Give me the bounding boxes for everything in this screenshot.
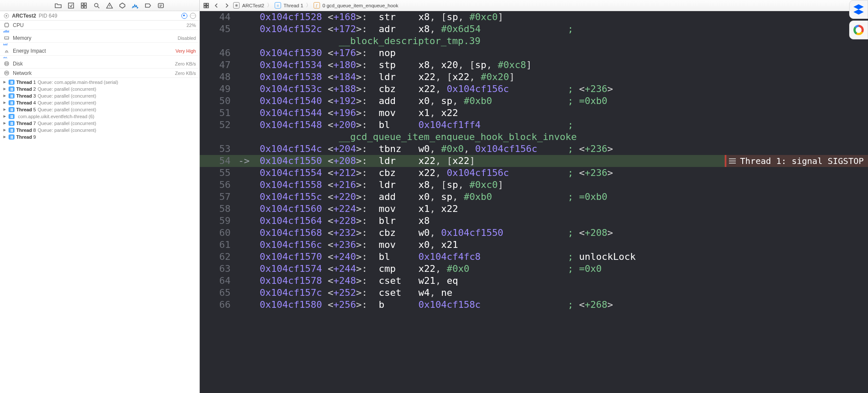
symbol-line[interactable]: __block_descriptor_tmp.39 xyxy=(200,35,868,47)
asm-line[interactable]: 590x104cf1564 <+228>: blr x8 xyxy=(200,215,868,227)
disclosure-triangle-icon[interactable] xyxy=(3,107,7,112)
back-button[interactable] xyxy=(213,2,220,9)
asm-line[interactable]: 610x104cf156c <+236>: mov x0, x21 xyxy=(200,239,868,251)
thread-queue: Queue: com.apple.main-thread (serial) xyxy=(38,80,118,85)
asm-line[interactable]: 600x104cf1568 <+232>: cbz w0, 0x104cf155… xyxy=(200,227,868,239)
thread-row[interactable]: Thread 8 Queue: parallel (concurrent) xyxy=(0,127,199,134)
disclosure-triangle-icon[interactable] xyxy=(3,135,7,139)
folder-icon[interactable] xyxy=(55,2,62,9)
thread-row[interactable]: Thread 4 Queue: parallel (concurrent) xyxy=(0,99,199,106)
asm-line[interactable]: 520x104cf1548 <+200>: bl 0x104cf1ff4; xyxy=(200,119,868,131)
crumb-frame[interactable]: 0 gcd_queue_item_enqueue_hook xyxy=(323,3,398,8)
disclosure-triangle-icon[interactable] xyxy=(3,101,7,105)
crumb-project[interactable]: ARCTest2 xyxy=(242,3,264,8)
asm-line[interactable]: 500x104cf1540 <+192>: add x0, sp, #0xb0;… xyxy=(200,95,868,107)
line-number: 45 xyxy=(200,23,238,35)
asm-line[interactable]: 640x104cf1578 <+248>: cset w21, eq xyxy=(200,275,868,287)
forward-button[interactable] xyxy=(223,2,231,9)
asm-line[interactable]: 660x104cf1580 <+256>: b 0x104cf158c; <+2… xyxy=(200,299,868,311)
source-control-icon[interactable] xyxy=(68,2,74,9)
svg-rect-9 xyxy=(5,23,8,27)
asm-line[interactable]: 580x104cf1560 <+224>: mov x1, x22 xyxy=(200,203,868,215)
disclosure-triangle-icon[interactable] xyxy=(3,94,7,98)
asm-line[interactable]: 490x104cf153c <+188>: cbz x22, 0x104cf15… xyxy=(200,83,868,95)
crumb-thread[interactable]: Thread 1 xyxy=(284,3,303,8)
svg-rect-3 xyxy=(81,6,83,8)
line-number: 52 xyxy=(200,119,238,131)
asm-line[interactable]: 54->0x104cf1550 <+208>: ldr x22, [x22]Th… xyxy=(200,155,868,167)
process-header[interactable]: ARCTest2 PID 649 ⋯ xyxy=(0,11,199,21)
asm-line[interactable]: 570x104cf155c <+220>: add x0, sp, #0xb0;… xyxy=(200,191,868,203)
line-number: 50 xyxy=(200,95,238,107)
line-number: 49 xyxy=(200,83,238,95)
chevron-right-icon: 〉 xyxy=(267,2,272,9)
asm-line[interactable]: 460x104cf1530 <+176>: nop xyxy=(200,47,868,59)
dropbox-app-icon[interactable] xyxy=(849,0,868,19)
line-number: 65 xyxy=(200,287,238,299)
search-icon[interactable] xyxy=(93,2,100,9)
asm-line[interactable]: 650x104cf157c <+252>: cset w4, ne xyxy=(200,287,868,299)
thread-row[interactable]: Thread 3 Queue: parallel (concurrent) xyxy=(0,92,199,99)
reports-icon[interactable] xyxy=(157,2,164,9)
asm-line[interactable]: 560x104cf1558 <+216>: ldr x8, [sp, #0xc0… xyxy=(200,179,868,191)
gauge-disk[interactable]: Disk Zero KB/s xyxy=(0,59,199,68)
disassembly-view[interactable]: 440x104cf1528 <+168>: str x8, [sp, #0xc0… xyxy=(200,11,868,393)
asm-line[interactable]: 530x104cf154c <+204>: tbnz w0, #0x0, 0x1… xyxy=(200,143,868,155)
editor-pane: ✱ ARCTest2 〉 ≡ Thread 1 〉 ƒ 0 gcd_queue_… xyxy=(200,0,868,393)
thread-chip-icon xyxy=(9,80,15,85)
asm-line[interactable]: 510x104cf1544 <+196>: mov x1, x22 xyxy=(200,107,868,119)
line-number: 55 xyxy=(200,167,238,179)
thread-row[interactable]: Thread 1 Queue: com.apple.main-thread (s… xyxy=(0,79,199,86)
profile-icon[interactable] xyxy=(181,13,187,19)
gauge-value: Disabled xyxy=(178,36,196,41)
asm-line[interactable]: 440x104cf1528 <+168>: str x8, [sp, #0xc0… xyxy=(200,11,868,23)
gauge-label: Energy Impact xyxy=(13,48,46,54)
thread-row[interactable]: Thread 9 xyxy=(0,134,199,140)
disclosure-triangle-icon[interactable] xyxy=(3,114,7,119)
gauge-network[interactable]: Network Zero KB/s xyxy=(0,68,199,78)
workspace: ARCTest2 PID 649 ⋯ CPU 22% Memory Disabl… xyxy=(0,0,868,393)
thread-row[interactable]: Thread 5 Queue: parallel (concurrent) xyxy=(0,106,199,113)
disclosure-triangle-icon[interactable] xyxy=(3,121,7,125)
error-banner[interactable]: Thread 1: signal SIGSTOP xyxy=(725,155,868,167)
disclosure-triangle-icon[interactable] xyxy=(3,128,7,132)
gauge-icon xyxy=(3,61,9,67)
gauge-memory[interactable]: Memory Disabled xyxy=(0,33,199,43)
asm-line[interactable]: 450x104cf152c <+172>: adr x8, #0x6d54; xyxy=(200,23,868,35)
chrome-app-icon[interactable] xyxy=(849,21,868,39)
thread-queue: Queue: parallel (concurrent) xyxy=(38,86,96,92)
asm-line[interactable]: 480x104cf1538 <+184>: ldr x22, [x22, #0x… xyxy=(200,71,868,83)
debug-navigator-icon[interactable] xyxy=(132,2,139,9)
line-number: 64 xyxy=(200,275,238,287)
app-icon xyxy=(3,13,9,19)
asm-line[interactable]: 620x104cf1570 <+240>: bl 0x104cf4fc8; un… xyxy=(200,251,868,263)
thread-queue: Queue: parallel (concurrent) xyxy=(38,93,96,98)
process-name: ARCTest2 xyxy=(12,13,36,19)
memory-icon xyxy=(3,35,9,41)
thread-chip-icon xyxy=(9,121,15,126)
thread-row[interactable]: com.apple.uikit.eventfetch-thread (6) xyxy=(0,113,199,120)
tests-icon[interactable] xyxy=(119,2,126,9)
symbols-icon[interactable] xyxy=(80,2,87,9)
gauge-value: Zero KB/s xyxy=(175,71,196,76)
breakpoints-icon[interactable] xyxy=(145,2,151,9)
disclosure-triangle-icon[interactable] xyxy=(3,87,7,91)
options-icon[interactable]: ⋯ xyxy=(190,13,196,19)
gauge-cpu[interactable]: CPU 22% xyxy=(0,21,199,30)
svg-point-8 xyxy=(6,15,7,17)
error-text: Thread 1: signal SIGSTOP xyxy=(740,155,864,167)
asm-line[interactable]: 470x104cf1534 <+180>: stp x8, x20, [sp, … xyxy=(200,59,868,71)
disclosure-triangle-icon[interactable] xyxy=(3,80,7,84)
thread-row[interactable]: Thread 2 Queue: parallel (concurrent) xyxy=(0,86,199,92)
svg-point-5 xyxy=(95,3,98,7)
asm-line[interactable]: 550x104cf1554 <+212>: cbz x22, 0x104cf15… xyxy=(200,167,868,179)
issues-icon[interactable] xyxy=(106,2,113,9)
symbol-line[interactable]: __gcd_queue_item_enqueue_hook_block_invo… xyxy=(200,131,868,143)
related-items-icon[interactable] xyxy=(202,2,210,9)
pc-arrow: -> xyxy=(238,155,260,167)
gauge-energy impact[interactable]: Energy Impact Very High xyxy=(0,46,199,56)
thread-row[interactable]: Thread 7 Queue: parallel (concurrent) xyxy=(0,120,199,127)
gauge-value: 22% xyxy=(187,23,196,28)
thread-queue: Queue: parallel (concurrent) xyxy=(38,128,96,133)
asm-line[interactable]: 630x104cf1574 <+244>: cmp x22, #0x0; =0x… xyxy=(200,263,868,275)
